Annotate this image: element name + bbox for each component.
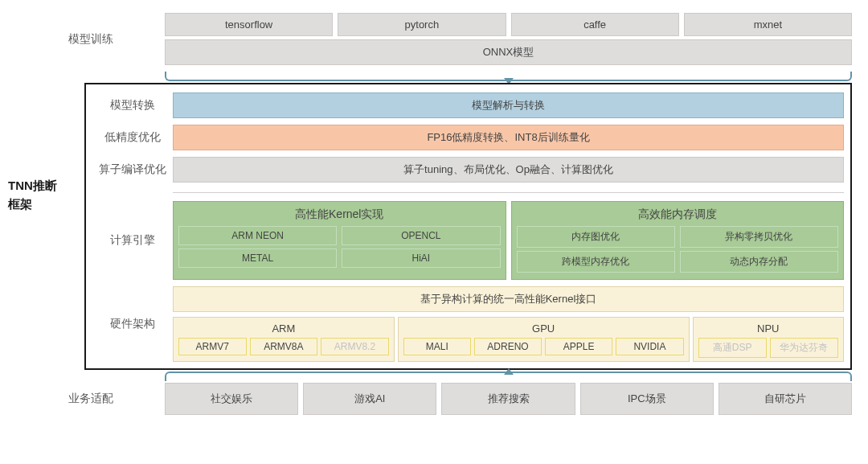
onnx-model: ONNX模型 bbox=[165, 39, 852, 65]
hw-huawei-davinci: 华为达芬奇 bbox=[770, 338, 838, 358]
hw-apple: APPLE bbox=[545, 338, 612, 355]
box-op-optimize: 算子tuning、布局优化、Op融合、计算图优化 bbox=[173, 157, 844, 183]
mem-dynamic: 动态内存分配 bbox=[680, 251, 838, 273]
hw-title-gpu: GPU bbox=[403, 321, 684, 338]
hw-group-gpu: GPU MALI ADRENO APPLE NVIDIA bbox=[398, 317, 690, 362]
mem-zero-copy: 异构零拷贝优化 bbox=[680, 226, 838, 248]
row-compute-engine: 计算引擎 高性能Kernel实现 ARM NEON OPENCL METAL H… bbox=[92, 201, 844, 280]
label-model-training: 模型训练 bbox=[16, 13, 165, 65]
bracket-down-icon bbox=[165, 72, 852, 83]
pane-kernel-impl: 高性能Kernel实现 ARM NEON OPENCL METAL HiAI bbox=[173, 201, 506, 280]
title-kernel-impl: 高性能Kernel实现 bbox=[178, 205, 501, 226]
hw-qualcomm-dsp: 高通DSP bbox=[698, 338, 767, 358]
row-op-optimize: 算子编译优化 算子tuning、布局优化、Op融合、计算图优化 bbox=[92, 157, 844, 183]
hw-title-arm: ARM bbox=[178, 321, 389, 338]
main-frame: 模型转换 模型解析与转换 低精度优化 FP16低精度转换、INT8后训练量化 算… bbox=[84, 83, 852, 370]
hw-nvidia: NVIDIA bbox=[616, 338, 683, 355]
row-model-convert: 模型转换 模型解析与转换 bbox=[92, 92, 844, 118]
kernel-opencl: OPENCL bbox=[342, 226, 500, 245]
mem-cross-model: 跨模型内存优化 bbox=[517, 251, 675, 273]
divider bbox=[173, 192, 844, 193]
kernel-arm-neon: ARM NEON bbox=[178, 226, 337, 245]
label-op-optimize: 算子编译优化 bbox=[92, 157, 173, 183]
hw-armv7: ARMV7 bbox=[178, 338, 247, 355]
biz-chip: 自研芯片 bbox=[719, 383, 852, 415]
row-hardware: 硬件架构 基于异构计算的统一高性能Kernel接口 ARM ARMV7 ARMV… bbox=[92, 286, 844, 362]
framework-tensorflow: tensorflow bbox=[165, 13, 333, 36]
hw-group-npu: NPU 高通DSP 华为达芬奇 bbox=[693, 317, 844, 362]
bracket-up-icon bbox=[165, 370, 852, 381]
box-low-precision: FP16低精度转换、INT8后训练量化 bbox=[173, 125, 844, 150]
hw-armv82: ARMV8.2 bbox=[321, 338, 389, 355]
hw-mali: MALI bbox=[403, 338, 471, 355]
hw-title-npu: NPU bbox=[698, 321, 838, 338]
label-model-convert: 模型转换 bbox=[92, 92, 173, 118]
framework-caffe: caffe bbox=[511, 13, 679, 36]
hw-adreno: ADRENO bbox=[474, 338, 542, 355]
mem-graph-opt: 内存图优化 bbox=[517, 226, 675, 248]
biz-social: 社交娱乐 bbox=[165, 383, 298, 415]
biz-game-ai: 游戏AI bbox=[303, 383, 436, 415]
row-biz-adapt: 业务适配 社交娱乐 游戏AI 推荐搜索 IPC场景 自研芯片 bbox=[16, 383, 852, 415]
label-biz-adapt: 业务适配 bbox=[16, 383, 165, 415]
pane-mem-sched: 高效能内存调度 内存图优化 异构零拷贝优化 跨模型内存优化 动态内存分配 bbox=[511, 201, 845, 280]
hw-armv8a: ARMV8A bbox=[250, 338, 318, 355]
label-low-precision: 低精度优化 bbox=[92, 125, 173, 150]
hw-group-arm: ARM ARMV7 ARMV8A ARMV8.2 bbox=[173, 317, 395, 362]
label-hardware: 硬件架构 bbox=[92, 286, 173, 362]
box-model-convert: 模型解析与转换 bbox=[173, 92, 844, 118]
framework-pytorch: pytorch bbox=[338, 13, 506, 36]
kernel-hiai: HiAI bbox=[342, 248, 500, 268]
hw-header: 基于异构计算的统一高性能Kernel接口 bbox=[173, 286, 844, 312]
kernel-metal: METAL bbox=[178, 248, 337, 268]
row-low-precision: 低精度优化 FP16低精度转换、INT8后训练量化 bbox=[92, 125, 844, 150]
label-compute-engine: 计算引擎 bbox=[92, 201, 173, 280]
framework-mxnet: mxnet bbox=[684, 13, 852, 36]
biz-recommend: 推荐搜索 bbox=[441, 383, 575, 415]
biz-ipc: IPC场景 bbox=[580, 383, 714, 415]
model-training-row: 模型训练 tensorflow pytorch caffe mxnet ONNX… bbox=[16, 13, 852, 65]
title-mem-sched: 高效能内存调度 bbox=[517, 205, 839, 226]
side-title: TNN推断框架 bbox=[8, 177, 66, 213]
